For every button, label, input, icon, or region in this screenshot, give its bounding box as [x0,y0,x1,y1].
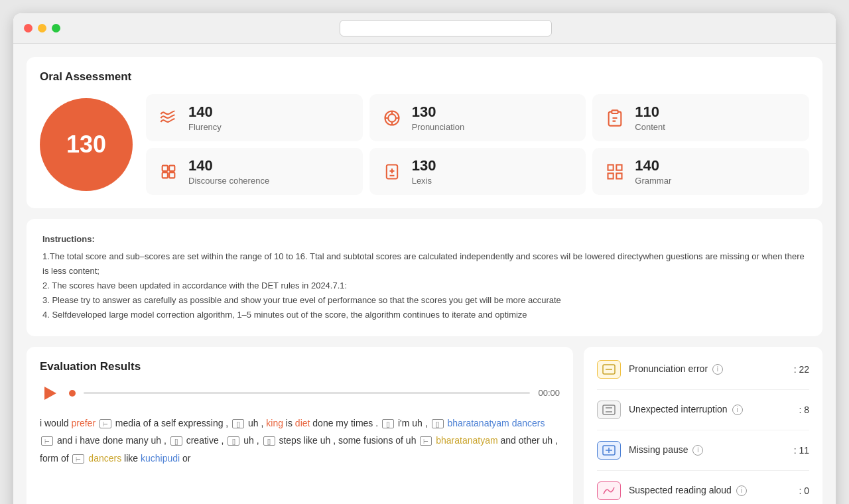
sub-score-discourse: 140 Discourse coherence [146,148,363,195]
word-bharatanatyam-2: bharatanatyam [436,435,497,446]
pronunciation-info: 130 Pronunciation [412,103,465,132]
sub-score-content: 110 Content [592,94,809,141]
svg-rect-12 [169,172,174,178]
legend-missing-pause: Missing pause i : 11 [597,441,809,471]
pronunciation-score: 130 [412,103,465,121]
grammar-score: 140 [635,157,671,174]
unexpected-interruption-label: Unexpected interruption i [629,404,791,415]
svg-rect-17 [608,164,614,170]
page-content: Oral Assessment 130 140 Flurency [13,44,836,504]
clipboard-icon [603,106,627,130]
eval-left-panel: Evaluation Results 00:00 i would prefer … [27,347,573,504]
word-diet: diet [295,418,310,428]
pause-icon-4: [] [432,419,444,428]
missing-pause-info-icon[interactable]: i [692,445,703,456]
unexpected-interruption-count: : 8 [799,405,809,415]
discourse-info: 140 Discourse coherence [188,157,269,186]
svg-rect-18 [617,164,622,170]
word-dancers: dancers [88,453,121,464]
evaluation-section: Evaluation Results 00:00 i would prefer … [27,347,822,504]
content-info: 110 Content [635,103,665,132]
waves-icon [157,106,180,130]
eval-right-panel: Pronunciation error i : 22 Unexpected in… [584,347,822,504]
svg-rect-6 [612,110,618,113]
instruction-3: 3. Please try to answer as carefully as … [42,293,807,308]
suspected-reading-icon [597,481,621,500]
sub-score-grammar: 140 Grammar [592,148,809,195]
pause-icon-9: ⊢ [420,436,432,446]
transcript-text: i would prefer ⊢ media of a self express… [40,414,560,468]
word-bharatanatyam-1: bharatanatyam dancers [447,418,545,428]
pause-icon-10: ⊢ [72,454,84,464]
pronunciation-error-info-icon[interactable]: i [712,364,723,375]
word-king: king [266,418,283,428]
browser-titlebar: app.detpractice.com [13,13,836,44]
browser-window: app.detpractice.com Oral Assessment 130 [13,13,836,504]
pause-icon-5: ⊢ [41,436,53,446]
pronunciation-label: Pronunciation [412,122,465,132]
score-card-body: 130 140 Flurency [40,94,809,195]
maximize-button[interactable] [52,24,60,32]
eval-title: Evaluation Results [40,360,560,373]
lexis-label: Lexis [412,176,436,186]
suspected-reading-info-icon[interactable]: i [736,485,747,496]
phone-down-icon [380,160,404,184]
pause-icon-8: [] [263,436,275,446]
svg-rect-9 [163,165,168,170]
audio-progress-bar[interactable] [84,392,530,394]
pause-icon-7: [] [228,436,239,446]
sub-score-pronunciation: 130 Pronunciation [369,94,586,141]
sub-score-lexis: 130 Lexis [369,148,586,195]
instruction-2: 2. The scores have been updated in accor… [42,279,807,293]
sub-score-fluency: 140 Flurency [146,94,363,141]
svg-rect-19 [608,173,614,178]
pause-icon-6: [] [170,436,182,446]
content-score: 110 [635,103,665,121]
main-score-value: 130 [66,131,106,158]
instruction-4: 4. Selfdeveloped large model correction … [42,308,807,322]
close-button[interactable] [24,24,33,32]
pronunciation-error-count: : 22 [794,364,809,375]
lexis-score: 130 [412,157,436,174]
play-icon [44,387,56,400]
grammar-info: 140 Grammar [635,157,671,186]
word-kuchipudi: kuchipudi [141,453,180,464]
pronunciation-error-label: Pronunciation error i [629,363,786,375]
score-card: Oral Assessment 130 140 Flurency [27,57,822,208]
pause-icon-3: [] [382,419,394,428]
score-card-title: Oral Assessment [40,70,809,84]
unexpected-interruption-info-icon[interactable]: i [732,405,743,415]
missing-pause-count: : 11 [794,445,809,456]
minimize-button[interactable] [38,24,46,32]
svg-rect-11 [163,172,168,178]
sub-scores-grid: 140 Flurency 130 Pronunciation [146,94,809,195]
svg-rect-20 [617,173,622,178]
fluency-score: 140 [188,103,222,121]
discourse-label: Discourse coherence [188,176,269,186]
instructions-panel: Instructions: 1.The total score and sub–… [27,219,822,336]
address-bar[interactable]: app.detpractice.com [66,20,825,36]
target-icon [380,106,404,130]
svg-point-1 [388,114,396,122]
suspected-reading-label: Suspected reading aloud i [629,485,791,496]
word-prefer: prefer [71,418,96,428]
pronunciation-error-icon [597,360,621,379]
missing-pause-icon [597,441,621,460]
layers-icon [157,160,180,184]
audio-player: 00:00 [40,383,560,404]
fluency-label: Flurency [188,122,222,132]
audio-position-dot [69,390,76,397]
legend-unexpected-interruption: Unexpected interruption i : 8 [597,401,809,430]
url-input[interactable]: app.detpractice.com [340,20,552,36]
svg-rect-10 [169,165,174,170]
lexis-info: 130 Lexis [412,157,436,186]
pause-icon-2: [] [232,419,244,428]
instruction-1: 1.The total score and sub–scores are set… [42,249,807,279]
instructions-title: Instructions: [42,232,807,247]
pause-icon-1: ⊢ [99,419,111,428]
grid-icon [603,160,627,184]
play-button[interactable] [40,383,61,404]
fluency-info: 140 Flurency [188,103,222,132]
main-score-circle: 130 [40,98,133,191]
audio-time: 00:00 [538,388,560,398]
